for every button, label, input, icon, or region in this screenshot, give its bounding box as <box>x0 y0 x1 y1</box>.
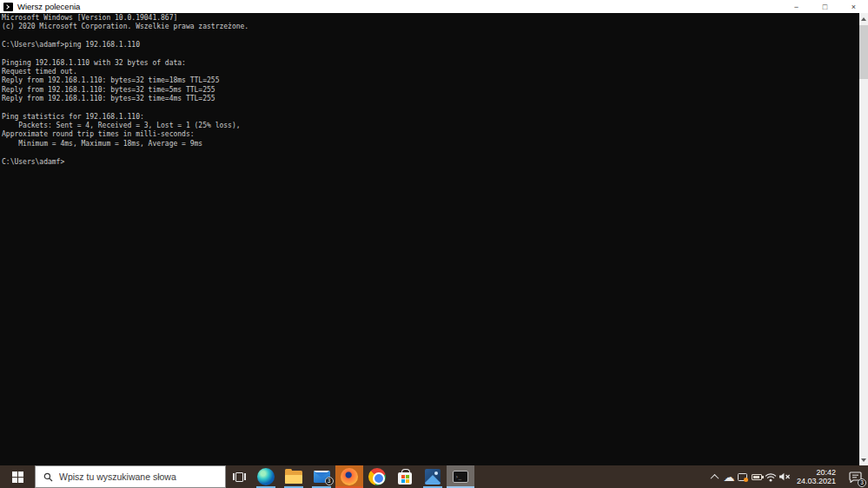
console-line: Packets: Sent = 4, Received = 3, Lost = … <box>2 122 859 130</box>
display-notification-icon <box>738 473 747 481</box>
console-output[interactable]: Microsoft Windows [Version 10.0.19041.86… <box>0 13 859 465</box>
taskbar-app-file-explorer[interactable] <box>280 465 308 488</box>
console-line <box>2 148 859 157</box>
console-line: Minimum = 4ms, Maximum = 18ms, Average =… <box>2 140 859 148</box>
display-notification-button[interactable] <box>736 465 750 488</box>
show-hidden-icons-button[interactable] <box>708 465 722 488</box>
taskbar-app-edge[interactable] <box>252 465 280 488</box>
mail-icon: 3 <box>314 471 330 483</box>
console-line: Request timed out. <box>2 68 859 76</box>
console-line: Pinging 192.168.1.110 with 32 bytes of d… <box>2 59 859 68</box>
onedrive-cloud-icon: ☁ <box>723 472 734 483</box>
volume-button[interactable] <box>778 465 792 488</box>
console-scrollbar[interactable] <box>859 13 868 465</box>
taskbar-clock[interactable]: 20:42 24.03.2021 <box>797 468 836 486</box>
console-line: Reply from 192.168.1.110: bytes=32 time=… <box>2 76 859 85</box>
photos-icon <box>425 469 441 485</box>
file-explorer-icon <box>285 471 302 484</box>
taskbar-search[interactable] <box>35 465 226 488</box>
taskbar-app-mail[interactable]: 3 <box>308 465 335 488</box>
edge-icon <box>257 468 275 485</box>
wifi-icon <box>765 472 777 482</box>
taskbar-app-chrome[interactable] <box>363 465 391 488</box>
task-view-button[interactable] <box>226 465 252 488</box>
console-line <box>2 32 859 41</box>
clock-date: 24.03.2021 <box>797 477 836 486</box>
console-line: C:\Users\adamf> <box>2 158 859 167</box>
close-button[interactable]: × <box>839 0 868 13</box>
clock-time: 20:42 <box>797 468 836 478</box>
cmd-app-icon <box>3 3 13 11</box>
console-line <box>2 49 859 58</box>
taskbar: 3 ›_ ☁ <box>0 465 868 488</box>
scroll-down-icon[interactable] <box>859 454 868 465</box>
start-button[interactable] <box>0 465 35 488</box>
console-line <box>2 103 859 112</box>
task-view-icon <box>233 472 246 482</box>
desktop-screen: Wiersz polecenia − □ × Microsoft Windows… <box>0 0 868 488</box>
console-line: Approximate round trip times in milli-se… <box>2 130 859 139</box>
windows-logo-icon <box>12 472 23 483</box>
action-center-badge: 3 <box>858 478 866 487</box>
battery-icon <box>752 474 762 480</box>
battery-button[interactable] <box>750 465 764 488</box>
taskbar-app-command-prompt[interactable]: ›_ <box>447 465 474 488</box>
chevron-up-icon <box>711 473 719 482</box>
network-button[interactable] <box>764 465 778 488</box>
volume-muted-icon <box>779 472 791 481</box>
scrollbar-thumb[interactable] <box>859 25 868 79</box>
console-line: C:\Users\adamf>ping 192.168.1.110 <box>2 41 859 49</box>
onedrive-tray-button[interactable]: ☁ <box>722 465 736 488</box>
microsoft-store-icon <box>398 472 412 485</box>
mail-badge: 3 <box>325 477 334 485</box>
command-prompt-icon: ›_ <box>453 471 468 483</box>
firefox-icon <box>341 468 358 485</box>
chrome-icon <box>368 468 386 485</box>
window-controls: − □ × <box>782 0 868 13</box>
search-input[interactable] <box>59 466 225 487</box>
window-titlebar[interactable]: Wiersz polecenia − □ × <box>0 0 868 13</box>
maximize-button[interactable]: □ <box>811 0 839 13</box>
console-line: Reply from 192.168.1.110: bytes=32 time=… <box>2 86 859 95</box>
system-tray: ☁ <box>708 465 868 488</box>
taskbar-app-store[interactable] <box>391 465 419 488</box>
window-title: Wiersz polecenia <box>17 2 80 11</box>
taskbar-app-firefox[interactable] <box>335 465 363 488</box>
console-line: Reply from 192.168.1.110: bytes=32 time=… <box>2 95 859 103</box>
console-line: (c) 2020 Microsoft Corporation. Wszelkie… <box>2 23 859 31</box>
minimize-button[interactable]: − <box>782 0 811 13</box>
search-icon <box>43 472 53 482</box>
scroll-up-icon[interactable] <box>859 13 868 24</box>
console-line: Ping statistics for 192.168.1.110: <box>2 113 859 122</box>
action-center-button[interactable]: 3 <box>842 465 868 488</box>
taskbar-app-photos[interactable] <box>419 465 447 488</box>
console-line: Microsoft Windows [Version 10.0.19041.86… <box>2 14 859 23</box>
